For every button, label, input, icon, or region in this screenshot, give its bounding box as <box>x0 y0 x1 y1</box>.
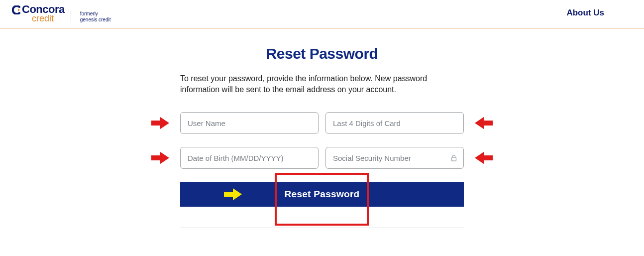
dob-input[interactable] <box>180 147 319 169</box>
brand-tagline-line1: formerly <box>80 11 111 17</box>
reset-password-button[interactable]: Reset Password <box>180 182 464 207</box>
page-title: Reset Password <box>95 45 549 62</box>
username-input[interactable] <box>180 112 319 134</box>
form-bottom-rule <box>180 228 464 228</box>
brand-divider <box>71 11 71 22</box>
reset-form: Reset Password <box>180 112 464 207</box>
annotation-arrow-last4 <box>475 116 493 130</box>
ssn-input[interactable] <box>325 147 464 169</box>
last4-input[interactable] <box>325 112 464 134</box>
about-us-link[interactable]: About Us <box>566 8 632 18</box>
annotation-arrow-dob <box>151 151 169 165</box>
brand-subname: credit <box>32 14 65 23</box>
annotation-arrow-username <box>151 116 169 130</box>
instruction-text: To reset your password, provide the info… <box>180 73 464 95</box>
brand-logo: Concora credit formerly genesis credit <box>12 2 110 24</box>
annotation-arrow-ssn <box>475 151 493 165</box>
brand-tagline: formerly genesis credit <box>80 11 111 24</box>
brand-mark-icon <box>12 5 21 16</box>
brand-tagline-line2: genesis credit <box>80 17 111 23</box>
